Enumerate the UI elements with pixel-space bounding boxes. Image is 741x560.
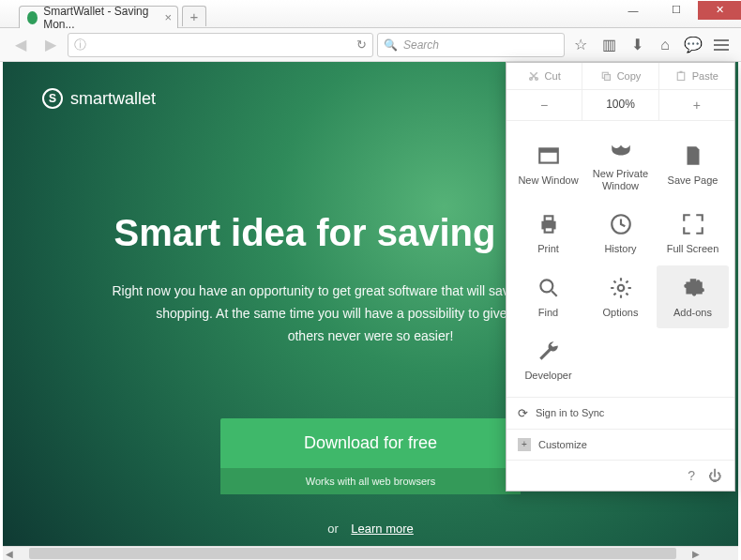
- svg-point-12: [540, 280, 552, 292]
- scroll-thumb[interactable]: [29, 548, 676, 559]
- cta-block: Download for free Works with all web bro…: [220, 418, 521, 494]
- zoom-controls: − 100% +: [507, 90, 734, 121]
- edit-controls: Cut Copy Paste: [507, 63, 734, 90]
- save-page-item[interactable]: Save Page: [657, 127, 729, 202]
- tab-close-icon[interactable]: ×: [164, 10, 172, 24]
- navigation-toolbar: ◀ ▶ ⓘ ↻ 🔍 Search ☆ ▥ ⬇ ⌂ 💬: [0, 28, 741, 62]
- print-icon: [536, 211, 562, 237]
- wrench-icon: [536, 338, 562, 364]
- new-tab-button[interactable]: +: [182, 6, 206, 26]
- new-private-item[interactable]: New Private Window: [584, 127, 657, 202]
- menu-grid: New Window New Private Window Save Page …: [507, 121, 734, 397]
- svg-rect-10: [544, 228, 552, 233]
- scroll-left-icon[interactable]: ◀: [3, 549, 16, 559]
- mask-icon: [608, 136, 634, 162]
- svg-rect-9: [544, 217, 552, 221]
- window-maximize[interactable]: ☐: [655, 1, 698, 20]
- menu-button[interactable]: [709, 33, 733, 57]
- scroll-right-icon[interactable]: ▶: [689, 549, 703, 559]
- page-icon: [680, 143, 706, 169]
- paste-button[interactable]: Paste: [659, 63, 734, 89]
- tab-strip: SmartWallet - Saving Mon... × +: [19, 6, 206, 28]
- identity-icon: ⓘ: [74, 37, 86, 53]
- find-icon: [536, 275, 562, 301]
- or-text: or: [327, 522, 339, 536]
- chat-icon[interactable]: 💬: [681, 33, 705, 57]
- download-note: Works with all web browsers: [220, 468, 521, 494]
- zoom-out-button[interactable]: −: [507, 90, 582, 120]
- search-bar[interactable]: 🔍 Search: [377, 33, 565, 57]
- brand-text: smartwallet: [70, 89, 156, 109]
- downloads-icon[interactable]: ⬇: [625, 33, 649, 57]
- svg-point-13: [617, 284, 624, 291]
- history-item[interactable]: History: [584, 202, 657, 265]
- window-close[interactable]: ✕: [698, 1, 741, 20]
- print-item[interactable]: Print: [512, 202, 584, 265]
- puzzle-icon: [680, 275, 706, 301]
- learn-more-link[interactable]: Learn more: [351, 522, 413, 536]
- cut-button[interactable]: Cut: [507, 63, 582, 89]
- home-icon[interactable]: ⌂: [653, 33, 677, 57]
- back-button[interactable]: ◀: [8, 32, 34, 58]
- browser-tab[interactable]: SmartWallet - Saving Mon... ×: [19, 6, 178, 28]
- fullscreen-icon: [680, 211, 706, 237]
- menu-footer: ? ⏻: [507, 460, 734, 491]
- reading-list-icon[interactable]: ▥: [597, 33, 621, 57]
- or-line: or Learn more: [3, 522, 738, 536]
- history-icon: [608, 211, 634, 237]
- zoom-level[interactable]: 100%: [582, 90, 658, 120]
- url-bar[interactable]: ⓘ ↻: [68, 33, 373, 57]
- paste-icon: [675, 70, 687, 82]
- customize-row[interactable]: + Customize: [507, 429, 734, 460]
- svg-rect-4: [677, 72, 685, 80]
- horizontal-scrollbar[interactable]: ◀ ▶: [3, 546, 738, 560]
- zoom-in-button[interactable]: +: [659, 90, 734, 120]
- copy-icon: [600, 70, 612, 82]
- download-button[interactable]: Download for free: [220, 418, 521, 468]
- sync-icon: ⟳: [518, 406, 528, 420]
- search-icon: 🔍: [384, 38, 398, 52]
- cut-icon: [528, 70, 539, 82]
- find-item[interactable]: Find: [512, 265, 584, 328]
- copy-button[interactable]: Copy: [582, 63, 658, 89]
- window-minimize[interactable]: —: [612, 1, 655, 20]
- customize-icon: +: [518, 438, 531, 451]
- svg-rect-3: [604, 75, 610, 81]
- tab-title: SmartWallet - Saving Mon...: [43, 5, 155, 31]
- sign-in-sync[interactable]: ⟳ Sign in to Sync: [507, 397, 734, 429]
- addons-item[interactable]: Add-ons: [657, 265, 729, 328]
- search-placeholder: Search: [403, 38, 439, 52]
- fullscreen-item[interactable]: Full Screen: [657, 202, 729, 265]
- window-icon: [536, 143, 562, 169]
- gear-icon: [608, 275, 634, 301]
- developer-item[interactable]: Developer: [512, 328, 584, 391]
- help-icon[interactable]: ?: [688, 468, 695, 483]
- logo-mark-icon: S: [42, 88, 63, 109]
- new-window-item[interactable]: New Window: [512, 127, 584, 202]
- tab-favicon: [27, 11, 38, 24]
- forward-button: ▶: [38, 32, 64, 58]
- reload-icon[interactable]: ↻: [356, 38, 367, 52]
- power-icon[interactable]: ⏻: [708, 468, 721, 483]
- bookmark-star-icon[interactable]: ☆: [568, 33, 593, 57]
- options-item[interactable]: Options: [584, 265, 657, 328]
- app-menu-panel: Cut Copy Paste − 100% + New Window New P…: [506, 62, 735, 492]
- site-logo: S smartwallet: [42, 88, 156, 109]
- svg-rect-5: [679, 71, 682, 73]
- svg-rect-7: [539, 148, 558, 152]
